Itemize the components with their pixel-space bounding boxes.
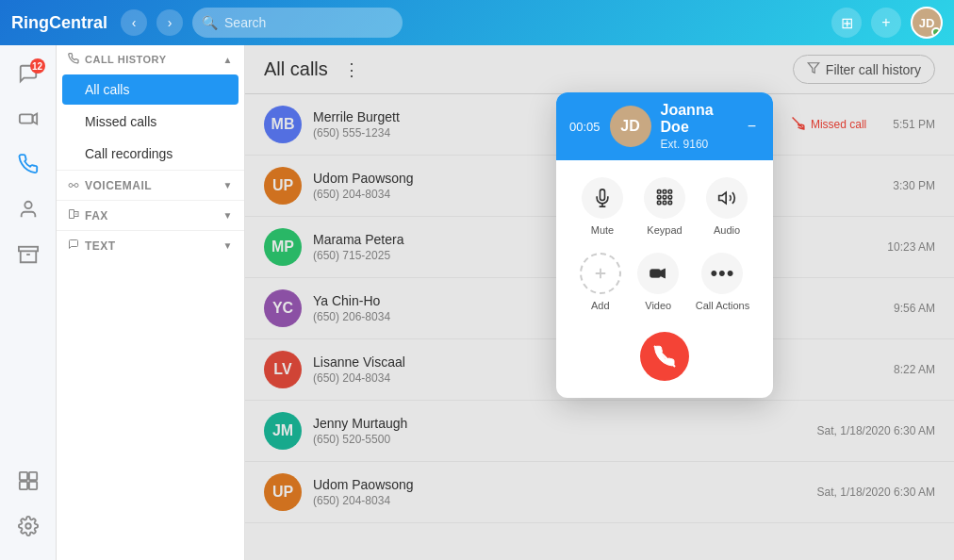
main-layout: 12 [0,45,954,560]
svg-marker-1 [32,113,37,124]
call-end-wrap [571,328,758,381]
minimize-button[interactable]: − [744,118,760,135]
voicemail-label: VOICEMAIL [85,179,152,192]
call-timer: 00:05 [569,120,600,134]
svg-rect-3 [18,246,37,251]
svg-rect-27 [668,201,671,204]
svg-rect-24 [668,196,671,199]
text-icon [68,239,79,253]
sidebar-item-apps[interactable] [8,462,49,503]
nav-call-recordings[interactable]: Call recordings [62,139,238,169]
fax-section-header[interactable]: FAX ▼ [57,200,244,230]
svg-rect-5 [19,471,26,479]
topbar-right: ⊞ + JD [831,7,943,39]
audio-icon [706,177,748,219]
icon-sidebar-bottom [8,462,49,560]
fax-chevron: ▼ [223,210,233,221]
svg-point-2 [25,201,31,207]
svg-point-9 [25,523,31,529]
apps-icon [18,470,39,496]
mute-icon [582,177,623,219]
topbar: RingCentral ‹ › 🔍 ⊞ + JD [0,0,954,45]
video-control[interactable]: Video [637,253,679,311]
user-avatar[interactable]: JD [911,7,943,39]
svg-marker-32 [661,269,666,278]
add-icon [580,253,621,294]
call-contact-info: Joanna Doe Ext. 9160 [661,102,734,151]
sidebar-item-contacts[interactable] [8,190,49,232]
sidebar-item-phone[interactable] [8,145,49,187]
phone-icon [18,154,39,179]
text-label: TEXT [85,239,116,253]
nav-all-calls[interactable]: All calls [62,74,238,105]
video-label: Video [645,300,671,311]
messages-badge: 12 [30,58,45,74]
voicemail-chevron: ▼ [223,180,233,190]
svg-rect-26 [663,201,666,204]
sidebar-item-settings[interactable] [8,507,49,549]
svg-rect-8 [28,481,36,488]
phone-small-icon [68,53,79,66]
call-popup-body: Mute Keypad Audio [556,160,773,398]
svg-point-11 [74,184,78,188]
call-contact-name: Joanna Doe [661,102,734,136]
call-history-label: CALL HISTORY [85,54,166,65]
grid-button[interactable]: ⊞ [831,8,862,38]
sidebar-item-inbox[interactable] [8,236,49,277]
keypad-icon [644,177,685,219]
svg-point-10 [69,184,73,188]
text-section-header[interactable]: TEXT ▼ [57,230,244,260]
sidebar-item-video[interactable] [8,100,49,141]
app-logo: RingCentral [11,13,107,33]
keypad-control[interactable]: Keypad [644,177,685,236]
call-actions-label: Call Actions [696,300,749,311]
search-wrap: 🔍 [192,8,551,38]
svg-marker-28 [719,192,727,204]
inbox-icon [18,244,39,270]
mute-control[interactable]: Mute [582,177,623,236]
nav-missed-calls[interactable]: Missed calls [62,107,238,137]
online-status-dot [931,27,941,37]
fax-label: FAX [85,209,108,222]
call-controls-row-1: Mute Keypad Audio [571,177,758,236]
end-call-button[interactable] [640,332,689,381]
nav-panel: CALL HISTORY ▲ All calls Missed calls Ca… [57,45,245,560]
audio-control[interactable]: Audio [706,177,748,236]
video-icon [18,108,39,134]
svg-rect-6 [28,471,36,479]
search-input[interactable] [192,8,403,38]
settings-icon [18,516,39,541]
call-contact-ext: Ext. 9160 [661,138,734,151]
fax-icon [68,208,79,222]
forward-button[interactable]: › [156,9,183,36]
video-icon [637,253,679,294]
audio-label: Audio [714,224,740,236]
svg-rect-25 [658,201,661,204]
add-control[interactable]: Add [580,253,621,311]
voicemail-section-header[interactable]: VOICEMAIL ▼ [57,170,244,200]
voicemail-icon [68,178,79,192]
svg-rect-22 [658,196,661,199]
call-popup-header: 00:05 JD Joanna Doe Ext. 9160 − [556,92,773,160]
svg-rect-0 [19,114,32,123]
keypad-label: Keypad [647,224,682,236]
call-actions-control[interactable]: ••• Call Actions [696,253,749,311]
sidebar-item-messages[interactable]: 12 [8,55,49,96]
active-call-popup: 00:05 JD Joanna Doe Ext. 9160 − Mute [556,92,773,398]
svg-rect-23 [663,196,666,199]
icon-sidebar: 12 [0,45,57,560]
svg-rect-20 [663,190,666,193]
back-button[interactable]: ‹ [121,9,147,36]
contacts-icon [18,199,39,224]
svg-rect-31 [650,270,661,277]
call-history-section-header[interactable]: CALL HISTORY ▲ [57,45,244,74]
svg-rect-7 [19,481,26,488]
search-icon: 🔍 [202,15,218,30]
call-controls-row-2: Add Video ••• Call Actions [571,253,758,311]
svg-rect-21 [668,190,671,193]
add-button[interactable]: + [871,8,901,38]
content-area: All calls ⋮ Filter call history MB Merri… [245,45,954,560]
mute-label: Mute [591,224,614,236]
call-contact-avatar: JD [610,106,651,147]
svg-rect-19 [658,190,661,193]
